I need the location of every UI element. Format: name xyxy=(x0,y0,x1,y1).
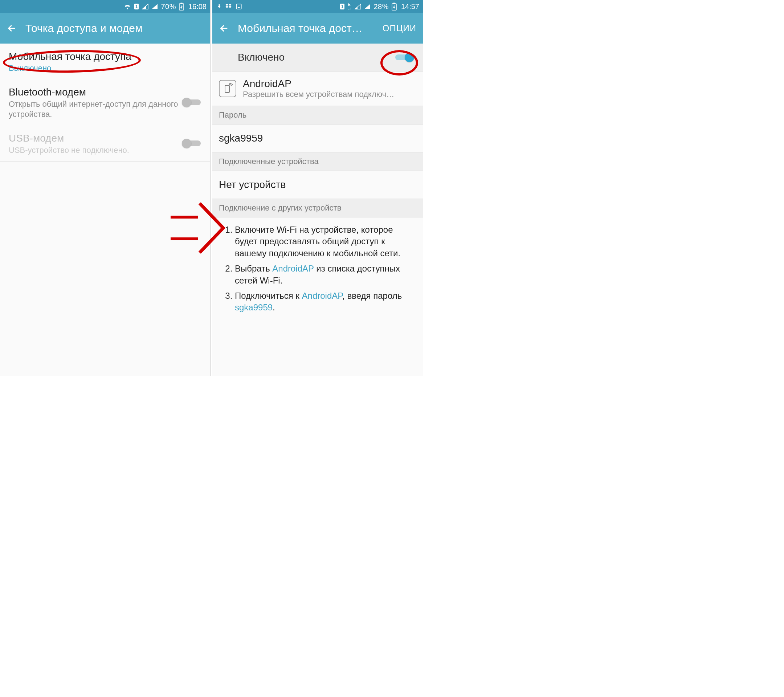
wifi-icon xyxy=(124,3,131,10)
battery-percent: 28% xyxy=(374,3,389,11)
sim-icon: 1 xyxy=(340,3,345,10)
item-title: Мобильная точка доступа xyxy=(9,50,201,63)
status-clock: 14:57 xyxy=(401,3,419,11)
back-arrow-icon[interactable] xyxy=(219,23,229,33)
ap-description: Разрешить всем устройствам подключ… xyxy=(243,90,416,99)
signal-icon xyxy=(355,3,361,10)
connected-devices-value: Нет устройств xyxy=(212,171,423,199)
instruction-step-2: Выбрать AndroidAP из списка доступных се… xyxy=(235,263,415,287)
sim-icon: 1 xyxy=(134,3,139,10)
hotspot-enable-row[interactable]: Включено xyxy=(212,44,423,71)
item-title: USB-модем xyxy=(9,132,182,145)
ap-name-link: AndroidAP xyxy=(272,264,314,274)
signal2-icon xyxy=(364,3,371,10)
item-title: Bluetooth-модем xyxy=(9,86,182,98)
app-bar: Мобильная точка дост… ОПЦИИ xyxy=(212,13,423,44)
instruction-text: . xyxy=(273,302,275,312)
enable-label: Включено xyxy=(221,51,395,63)
item-status: Выключено xyxy=(9,64,201,73)
phone-screenshot-right: 1 E↓↑ 28% 14:57 Мобильная точка дост… ОП… xyxy=(212,0,423,376)
section-connected: Подключенные устройства xyxy=(212,152,423,171)
instruction-text: Выбрать xyxy=(235,264,272,274)
svg-rect-9 xyxy=(225,85,229,92)
ap-name: AndroidAP xyxy=(243,78,416,90)
status-bar: 1 70% 16:08 xyxy=(0,0,210,13)
section-password: Пароль xyxy=(212,106,423,125)
back-arrow-icon[interactable] xyxy=(7,23,17,33)
app-bar: Точка доступа и модем xyxy=(0,13,210,44)
item-description: Открыть общий интернет-доступ для данног… xyxy=(9,99,182,119)
hotspot-device-icon xyxy=(219,80,236,97)
instruction-step-3: Подключиться к AndroidAP, введя пароль s… xyxy=(235,290,415,314)
instruction-text: Включите Wi-Fi на устройстве, которое бу… xyxy=(235,225,400,258)
hotspot-toggle[interactable] xyxy=(395,53,414,62)
battery-charging-icon xyxy=(179,3,184,10)
password-link: sgka9959 xyxy=(235,302,273,312)
instruction-step-1: Включите Wi-Fi на устройстве, которое бу… xyxy=(235,224,415,259)
bluetooth-toggle[interactable] xyxy=(182,98,201,107)
svg-rect-4 xyxy=(236,4,241,9)
status-clock: 16:08 xyxy=(188,3,206,11)
item-description: USB-устройство не подключено. xyxy=(9,145,182,155)
dropbox-icon xyxy=(226,3,233,10)
item-mobile-hotspot[interactable]: Мобильная точка доступа Выключено xyxy=(0,44,210,79)
phone-screenshot-left: 1 70% 16:08 Точка доступа и модем Мобиль… xyxy=(0,0,211,376)
svg-text:1: 1 xyxy=(341,4,343,9)
connection-instructions: Включите Wi-Fi на устройстве, которое бу… xyxy=(212,218,423,325)
item-bluetooth-tether[interactable]: Bluetooth-модем Открыть общий интернет-д… xyxy=(0,79,210,125)
signal-icon xyxy=(142,3,148,10)
usb-toggle xyxy=(182,139,201,148)
instruction-text: , введя пароль xyxy=(342,291,402,301)
page-title: Мобильная точка дост… xyxy=(238,22,374,35)
battery-percent: 70% xyxy=(161,3,176,11)
battery-charging-icon xyxy=(392,3,397,10)
settings-list: Мобильная точка доступа Выключено Blueto… xyxy=(0,44,210,161)
password-value[interactable]: sgka9959 xyxy=(212,125,423,152)
item-usb-tether: USB-модем USB-устройство не подключено. xyxy=(0,125,210,161)
status-bar: 1 E↓↑ 28% 14:57 xyxy=(212,0,423,13)
notification-icon xyxy=(216,3,222,10)
network-type-icon: E↓↑ xyxy=(348,3,352,10)
svg-rect-8 xyxy=(393,3,395,4)
hotspot-settings: Включено AndroidAP Разрешить всем устрой… xyxy=(212,44,423,325)
signal2-icon xyxy=(152,3,158,10)
instruction-text: Подключиться к xyxy=(235,291,302,301)
page-title: Точка доступа и модем xyxy=(25,22,204,35)
section-howto: Подключение с других устройств xyxy=(212,199,423,218)
ap-name-link: AndroidAP xyxy=(302,291,343,301)
svg-rect-3 xyxy=(180,3,182,4)
options-action[interactable]: ОПЦИИ xyxy=(382,23,416,33)
svg-text:1: 1 xyxy=(135,4,138,9)
ap-info-row[interactable]: AndroidAP Разрешить всем устройствам под… xyxy=(212,71,423,106)
image-icon xyxy=(236,3,242,10)
